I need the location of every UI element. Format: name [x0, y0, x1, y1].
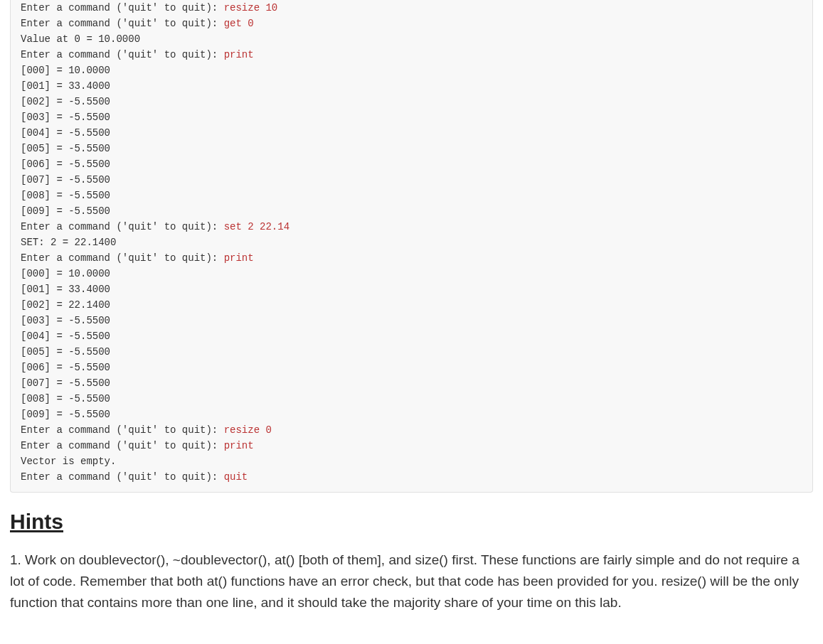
code-line: [007] = -5.5500: [21, 172, 802, 188]
code-line: [003] = -5.5500: [21, 109, 802, 125]
code-line: [009] = -5.5500: [21, 203, 802, 219]
command-text: quit: [224, 471, 248, 483]
code-line: [002] = -5.5500: [21, 94, 802, 109]
command-text: print: [224, 49, 254, 60]
code-line: Enter a command ('quit' to quit): set 2 …: [21, 219, 802, 235]
code-line: [000] = 10.0000: [21, 266, 802, 281]
hints-paragraph: 1. Work on doublevector(), ~doublevector…: [10, 549, 813, 613]
code-line: [004] = -5.5500: [21, 125, 802, 141]
code-line: Enter a command ('quit' to quit): print: [21, 47, 802, 63]
code-line: [001] = 33.4000: [21, 281, 802, 297]
prompt-prefix: Enter a command ('quit' to quit):: [21, 471, 224, 483]
code-line: Enter a command ('quit' to quit): resize…: [21, 0, 802, 16]
prompt-prefix: Enter a command ('quit' to quit):: [21, 2, 224, 14]
code-line: Enter a command ('quit' to quit): print: [21, 438, 802, 454]
prompt-prefix: Enter a command ('quit' to quit):: [21, 49, 224, 60]
hints-heading: Hints: [10, 510, 813, 534]
command-text: resize 0: [224, 424, 272, 436]
prompt-prefix: Enter a command ('quit' to quit):: [21, 221, 224, 232]
code-line: [003] = -5.5500: [21, 313, 802, 328]
code-line: [002] = 22.1400: [21, 297, 802, 313]
code-line: [008] = -5.5500: [21, 391, 802, 407]
prompt-prefix: Enter a command ('quit' to quit):: [21, 252, 224, 264]
code-line: [007] = -5.5500: [21, 375, 802, 391]
code-line: [005] = -5.5500: [21, 141, 802, 156]
code-block: Enter a command ('quit' to quit): resize…: [10, 0, 813, 493]
code-line: Enter a command ('quit' to quit): resize…: [21, 422, 802, 438]
code-line: Vector is empty.: [21, 454, 802, 469]
command-text: print: [224, 440, 254, 451]
prompt-prefix: Enter a command ('quit' to quit):: [21, 424, 224, 436]
code-line: [000] = 10.0000: [21, 63, 802, 78]
prompt-prefix: Enter a command ('quit' to quit):: [21, 18, 224, 29]
code-line: Enter a command ('quit' to quit): get 0: [21, 16, 802, 31]
prompt-prefix: Enter a command ('quit' to quit):: [21, 440, 224, 451]
command-text: get 0: [224, 18, 254, 29]
command-text: resize 10: [224, 2, 278, 14]
code-line: [009] = -5.5500: [21, 407, 802, 422]
code-line: [001] = 33.4000: [21, 78, 802, 94]
code-line: Enter a command ('quit' to quit): print: [21, 250, 802, 266]
code-line: SET: 2 = 22.1400: [21, 235, 802, 250]
command-text: print: [224, 252, 254, 264]
code-line: Enter a command ('quit' to quit): quit: [21, 469, 802, 485]
code-line: [004] = -5.5500: [21, 328, 802, 344]
code-line: [006] = -5.5500: [21, 360, 802, 375]
command-text: set 2 22.14: [224, 221, 290, 232]
code-line: [005] = -5.5500: [21, 344, 802, 360]
code-line: [008] = -5.5500: [21, 188, 802, 203]
code-line: Value at 0 = 10.0000: [21, 31, 802, 47]
code-line: [006] = -5.5500: [21, 156, 802, 172]
